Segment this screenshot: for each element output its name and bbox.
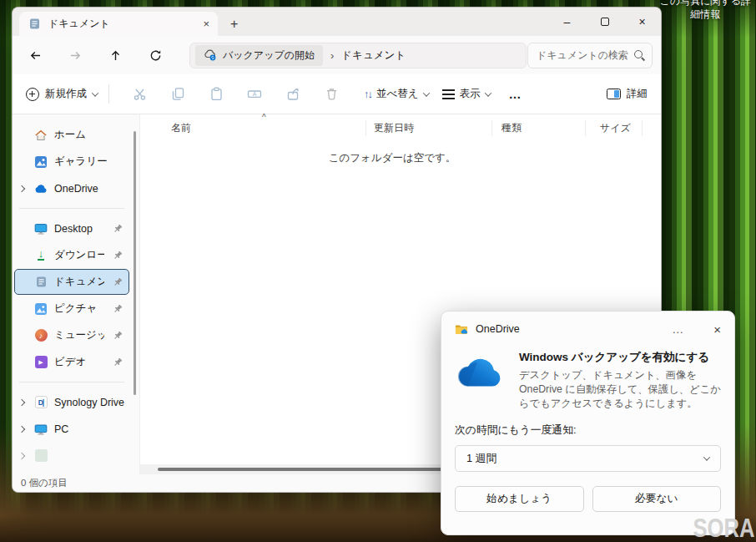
sidebar-item-desktop[interactable]: Desktop bbox=[14, 215, 129, 241]
maximize-icon bbox=[601, 18, 609, 26]
tab-close-icon[interactable]: × bbox=[203, 18, 209, 29]
column-header-type[interactable]: 種類 bbox=[492, 120, 586, 136]
chevron-right-icon[interactable] bbox=[18, 185, 25, 191]
chevron-down-icon bbox=[703, 453, 710, 460]
chevron-right-icon[interactable] bbox=[18, 398, 25, 405]
sidebar-scrollbar[interactable] bbox=[134, 131, 136, 395]
paste-button[interactable] bbox=[197, 87, 235, 101]
new-tab-button[interactable]: + bbox=[230, 18, 238, 31]
maximize-button[interactable] bbox=[586, 8, 623, 36]
remind-interval-dropdown[interactable]: 1 週間 bbox=[455, 445, 721, 472]
desktop-folder-icon bbox=[34, 222, 48, 236]
spotlight-info-text[interactable]: この写真に関する詳 細情報 bbox=[660, 0, 751, 21]
refresh-button[interactable] bbox=[141, 41, 169, 69]
up-button[interactable] bbox=[101, 41, 129, 69]
new-item-button[interactable]: 新規作成 bbox=[26, 87, 98, 101]
spotlight-line1: この写真に関する詳 bbox=[660, 0, 751, 8]
window-caption-buttons: – × bbox=[548, 8, 661, 36]
forward-button[interactable] bbox=[61, 41, 89, 69]
sidebar-item-synology-drive[interactable]: D| Synology Drive bbox=[14, 389, 129, 415]
navigation-bar: バックアップの開始 › ドキュメント bbox=[13, 36, 661, 74]
sidebar-item-onedrive[interactable]: OneDrive bbox=[14, 175, 129, 201]
search-icon[interactable] bbox=[634, 50, 645, 61]
sort-label: 並べ替え bbox=[376, 87, 419, 101]
svg-text:A: A bbox=[253, 91, 257, 97]
minimize-button[interactable]: – bbox=[548, 8, 586, 36]
search-box bbox=[527, 43, 653, 68]
watermark: SORA bbox=[693, 513, 754, 542]
sidebar-item-gallery[interactable]: ギャラリー bbox=[14, 149, 129, 175]
dialog-heading: Windows バックアップを有効にする bbox=[519, 350, 721, 365]
sidebar-item-clipped[interactable] bbox=[14, 443, 129, 469]
document-icon bbox=[28, 18, 41, 31]
spotlight-line2: 細情報 bbox=[660, 8, 751, 21]
column-header-name[interactable]: 名前 bbox=[140, 120, 366, 136]
music-note-icon: ♪ bbox=[35, 329, 48, 342]
view-lines-icon bbox=[442, 89, 455, 99]
sidebar-item-label: Synology Drive bbox=[54, 397, 124, 408]
chevron-down-icon bbox=[422, 89, 429, 96]
column-header-size[interactable]: サイズ bbox=[586, 120, 643, 136]
address-bar[interactable]: バックアップの開始 › ドキュメント bbox=[189, 43, 527, 68]
sidebar-item-label: ダウンロード bbox=[54, 248, 104, 262]
sort-button[interactable]: ↑↓ 並べ替え bbox=[364, 87, 429, 101]
navigation-pane: ホーム ギャラリー OneDrive bbox=[13, 114, 139, 474]
back-button[interactable] bbox=[21, 41, 49, 69]
sidebar-divider bbox=[19, 208, 124, 209]
cut-button[interactable] bbox=[120, 87, 159, 101]
pin-icon bbox=[111, 222, 124, 236]
breadcrumb-current[interactable]: ドキュメント bbox=[341, 48, 406, 63]
sidebar-item-label: ビデオ bbox=[54, 355, 104, 369]
delete-button[interactable] bbox=[312, 87, 350, 101]
onedrive-dialog-title: OneDrive bbox=[476, 323, 664, 335]
tab-title: ドキュメント bbox=[48, 17, 195, 31]
sidebar-item-label: ホーム bbox=[54, 128, 124, 142]
tab-bar: ドキュメント × + – × bbox=[13, 8, 661, 36]
share-button[interactable] bbox=[274, 87, 312, 101]
desktop: この写真に関する詳 細情報 ドキュメント × + – × bbox=[0, 0, 756, 542]
details-pane-icon bbox=[607, 89, 621, 99]
sidebar-item-label: PC bbox=[54, 423, 124, 435]
column-header-date-modified[interactable]: 更新日時 bbox=[366, 120, 492, 136]
breadcrumb-chevron: › bbox=[330, 49, 334, 62]
dialog-close-icon[interactable]: × bbox=[713, 322, 721, 337]
chevron-down-icon bbox=[484, 89, 491, 96]
chevron-right-icon bbox=[18, 452, 25, 458]
sort-ascending-icon[interactable]: ^ bbox=[262, 113, 266, 122]
sidebar-item-pictures[interactable]: ピクチャ bbox=[14, 296, 129, 322]
dialog-buttons: 始めましょう 必要ない bbox=[455, 486, 721, 512]
onedrive-dialog-header: OneDrive … × bbox=[455, 312, 721, 347]
details-pane-button[interactable]: 詳細 bbox=[607, 87, 648, 101]
no-thanks-button[interactable]: 必要ない bbox=[592, 486, 722, 512]
breadcrumb-root-label: バックアップの開始 bbox=[223, 48, 315, 63]
sidebar-item-videos[interactable]: ▶ ビデオ bbox=[14, 349, 129, 375]
sidebar-item-pc[interactable]: PC bbox=[14, 416, 129, 442]
view-button[interactable]: 表示 bbox=[442, 87, 491, 101]
rename-button[interactable]: A bbox=[235, 87, 274, 101]
gallery-icon bbox=[34, 155, 48, 169]
chevron-down-icon bbox=[92, 89, 98, 96]
home-icon bbox=[34, 129, 48, 142]
sidebar-item-label: ドキュメント bbox=[54, 275, 104, 289]
onedrive-cloud-logo bbox=[455, 350, 508, 411]
breadcrumb-backup-pill[interactable]: バックアップの開始 bbox=[195, 45, 323, 66]
get-started-button[interactable]: 始めましょう bbox=[455, 486, 584, 512]
sort-arrows-icon: ↑↓ bbox=[364, 88, 371, 100]
sidebar-item-label: Desktop bbox=[54, 223, 104, 235]
sidebar-item-home[interactable]: ホーム bbox=[14, 122, 129, 148]
video-icon: ▶ bbox=[34, 356, 48, 369]
tab-documents[interactable]: ドキュメント × bbox=[19, 12, 218, 36]
more-icon[interactable]: … bbox=[672, 322, 684, 336]
sidebar-item-downloads[interactable]: ↓ ダウンロード bbox=[14, 242, 129, 268]
sidebar-item-music[interactable]: ♪ ミュージック bbox=[14, 322, 129, 348]
pc-icon bbox=[34, 423, 48, 436]
close-button[interactable]: × bbox=[623, 8, 661, 36]
more-options-button[interactable]: … bbox=[509, 87, 522, 101]
command-toolbar: 新規作成 A ↑↓ 並べ替え bbox=[13, 74, 661, 114]
synology-drive-icon: D| bbox=[34, 396, 48, 409]
empty-folder-message: このフォルダーは空です。 bbox=[140, 151, 644, 165]
pin-icon bbox=[111, 249, 124, 262]
copy-button[interactable] bbox=[159, 87, 197, 101]
chevron-right-icon[interactable] bbox=[18, 425, 25, 432]
sidebar-item-documents[interactable]: ドキュメント bbox=[14, 269, 129, 295]
